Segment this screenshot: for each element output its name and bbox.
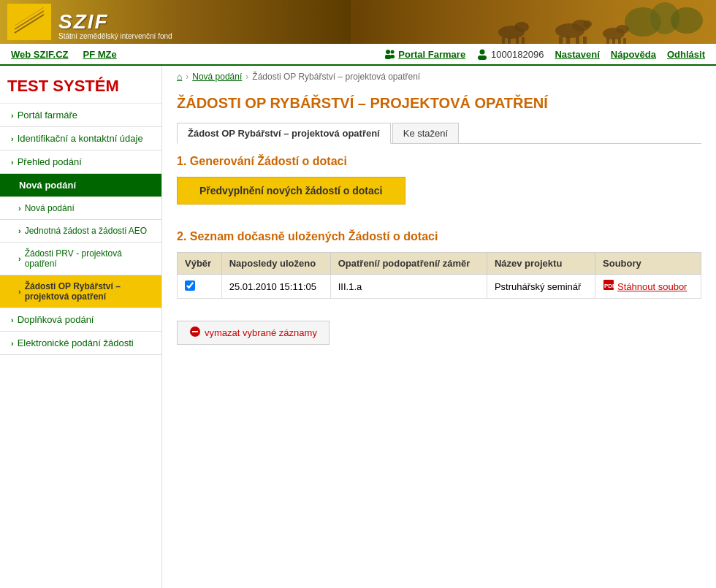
- sidebar-item-label: Identifikační a kontaktní údaje: [18, 133, 143, 144]
- svg-point-22: [616, 25, 629, 34]
- sidebar-item-label: Doplňková podání: [18, 314, 94, 325]
- svg-rect-17: [502, 37, 505, 44]
- col-nazev: Název projektu: [487, 253, 595, 275]
- logo-subtitle: Státní zemědělský intervenční fond: [58, 32, 172, 40]
- navbar-right: Portal Farmare 1000182096 Nastavení Nápo…: [384, 48, 705, 60]
- arrow-icon-doplnkova: ›: [11, 316, 14, 324]
- arrow-icon-sub1: ›: [18, 204, 21, 213]
- sidebar-item-label: Nová podání: [25, 203, 75, 213]
- row-naposledy: 25.01.2010 15:11:05: [221, 275, 330, 299]
- table-row: 25.01.2010 15:11:05 III.1.a Pstruhářský …: [178, 275, 701, 299]
- svg-rect-32: [478, 56, 487, 60]
- header-cattle-bg: [351, 0, 716, 44]
- delete-button-label: vymazat vybrané záznamy: [205, 327, 317, 338]
- row-soubory: PDF Stáhnout soubor: [595, 275, 701, 299]
- breadcrumb-current: Žádosti OP Rybářství – projektová opatře…: [252, 72, 420, 82]
- odhlasit-link[interactable]: Odhlásit: [667, 49, 705, 60]
- page-title: ŽÁDOSTI OP RYBÁŘSTVÍ – PROJEKTOVÁ OPATŘE…: [177, 95, 701, 112]
- portal-farmare-link[interactable]: Portal Farmare: [398, 49, 465, 60]
- pdf-icon: PDF: [603, 279, 614, 294]
- arrow-icon-nova: ▾: [11, 180, 15, 190]
- main-content: ⌂ › Nová podání › Žádosti OP Rybářství –…: [162, 66, 716, 588]
- row-checkbox-cell: [178, 275, 222, 299]
- logo-yellow-box: [7, 4, 51, 40]
- breadcrumb-nova-podani[interactable]: Nová podání: [192, 72, 242, 82]
- svg-rect-18: [508, 37, 511, 44]
- delete-icon: [189, 326, 201, 340]
- svg-point-7: [671, 7, 703, 34]
- tab-bar: Žádost OP Rybářství – projektová opatřen…: [177, 123, 701, 144]
- sidebar-item-zadosti-op-rybarstvi[interactable]: › Žádosti OP Rybářství – projektová opat…: [0, 275, 161, 308]
- svg-rect-26: [623, 38, 626, 44]
- saved-requests-table: Výběr Naposledy uloženo Opatření/ podopa…: [177, 252, 701, 299]
- sidebar-item-label: Jednotná žádost a žádosti AEO: [25, 226, 147, 236]
- sidebar-item-identification[interactable]: › Identifikační a kontaktní údaje: [0, 127, 161, 150]
- breadcrumb: ⌂ › Nová podání › Žádosti OP Rybářství –…: [177, 66, 701, 88]
- sidebar-item-label: Elektronické podání žádosti: [18, 337, 134, 348]
- sidebar-item-nova-podani-sub[interactable]: › Nová podání: [0, 197, 161, 220]
- test-system-label: TEST SYSTÉM: [0, 66, 161, 104]
- svg-rect-36: [192, 331, 198, 332]
- svg-point-16: [514, 22, 529, 32]
- svg-rect-25: [618, 38, 621, 44]
- svg-text:PDF: PDF: [604, 283, 614, 289]
- main-layout: TEST SYSTÉM › Portál farmáře › Identifik…: [0, 66, 716, 588]
- arrow-icon-sub4: ›: [18, 287, 21, 296]
- user-icon: [476, 48, 488, 60]
- sidebar-item-label: Nová podání: [19, 180, 76, 191]
- user-id-display: 1000182096: [476, 48, 544, 60]
- svg-rect-23: [606, 38, 609, 44]
- logo-text: SZIF: [51, 10, 116, 34]
- row-opatreni: III.1.a: [330, 275, 487, 299]
- arrow-icon-elek: ›: [11, 339, 14, 348]
- arrow-icon-sub2: ›: [18, 226, 21, 235]
- navigation-bar: Web SZIF.CZ PF MZe Portal Farmare 100018…: [0, 44, 716, 66]
- sidebar-item-portal-farmare[interactable]: › Portál farmáře: [0, 104, 161, 127]
- sidebar-item-prehled[interactable]: › Přehled podání: [0, 150, 161, 174]
- sidebar-item-label: Žádosti OP Rybářství – projektová opatře…: [25, 281, 154, 302]
- tab-zadost[interactable]: Žádost OP Rybářství – projektová opatřen…: [177, 123, 391, 144]
- col-soubory: Soubory: [595, 253, 701, 275]
- download-link[interactable]: PDF Stáhnout soubor: [603, 279, 693, 294]
- portal-farmare-nav: Portal Farmare: [384, 48, 465, 60]
- download-label[interactable]: Stáhnout soubor: [617, 281, 687, 292]
- sidebar-item-doplnkova[interactable]: › Doplňková podání: [0, 308, 161, 332]
- svg-rect-19: [516, 37, 519, 44]
- napoveda-link[interactable]: Nápověda: [611, 49, 656, 60]
- sidebar-item-zadosti-prv[interactable]: › Žádosti PRV - projektová opatření: [0, 243, 161, 275]
- delete-button[interactable]: vymazat vybrané záznamy: [177, 321, 330, 345]
- sidebar-item-elektronicke[interactable]: › Elektronické podání žádosti: [0, 332, 161, 355]
- arrow-icon-id: ›: [11, 134, 14, 143]
- sidebar: TEST SYSTÉM › Portál farmáře › Identifik…: [0, 66, 162, 588]
- nastaveni-link[interactable]: Nastavení: [555, 49, 599, 60]
- sidebar-item-label: Portál farmáře: [18, 110, 77, 121]
- sidebar-item-nova-podani-header[interactable]: ▾ Nová podání: [0, 174, 161, 197]
- svg-rect-10: [559, 37, 563, 44]
- svg-rect-24: [612, 38, 615, 44]
- section2-title: 2. Seznam dočasně uložených Žádostí o do…: [177, 230, 701, 243]
- sidebar-item-label: Žádosti PRV - projektová opatření: [25, 248, 154, 269]
- col-naposledy: Naposledy uloženo: [221, 253, 330, 275]
- section1-title: 1. Generování Žádostí o dotaci: [177, 155, 701, 168]
- row-checkbox[interactable]: [185, 280, 195, 291]
- tab-ke-stazeni[interactable]: Ke stažení: [392, 123, 459, 143]
- svg-point-31: [480, 50, 485, 55]
- breadcrumb-home[interactable]: ⌂: [177, 72, 182, 82]
- svg-point-27: [386, 50, 390, 54]
- pf-mze-link[interactable]: PF MZe: [83, 49, 116, 60]
- arrow-icon-portal: ›: [11, 111, 14, 120]
- person-group-icon: [384, 48, 395, 60]
- svg-rect-30: [390, 55, 395, 58]
- col-opatreni: Opatření/ podopatření/ záměr: [330, 253, 487, 275]
- svg-rect-13: [583, 37, 587, 44]
- sidebar-item-jednotna-zadost[interactable]: › Jednotná žádost a žádosti AEO: [0, 220, 161, 243]
- svg-rect-28: [385, 55, 391, 59]
- generate-button[interactable]: Předvyplnění nových žádostí o dotaci: [177, 177, 405, 205]
- arrow-icon-prehled: ›: [11, 158, 14, 167]
- web-szif-link[interactable]: Web SZIF.CZ: [11, 49, 68, 60]
- col-vybr: Výběr: [178, 253, 222, 275]
- user-id-text: 1000182096: [491, 49, 544, 60]
- svg-point-14: [583, 20, 592, 28]
- arrow-icon-sub3: ›: [18, 254, 21, 263]
- svg-rect-12: [576, 37, 579, 44]
